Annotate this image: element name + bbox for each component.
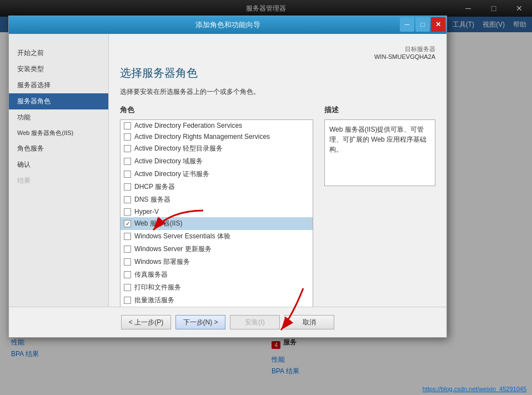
role-checkbox-print[interactable] — [124, 284, 131, 291]
dialog-titlebar-controls: ─ □ ✕ — [400, 17, 445, 32]
nav-item-before-begin[interactable]: 开始之前 — [9, 45, 108, 61]
role-label-hyperv: Hyper-V — [134, 208, 159, 216]
role-item-adds[interactable]: Active Directory 域服务 — [121, 155, 313, 168]
role-item-adfed[interactable]: Active Directory Federation Services — [121, 120, 313, 131]
target-value: WIN-SMUEVGQHA2A — [120, 53, 435, 60]
role-checkbox-dns[interactable] — [124, 196, 131, 203]
nav-item-server-roles[interactable]: 服务器角色 — [9, 93, 108, 109]
dialog-body: 开始之前 安装类型 服务器选择 服务器角色 功能 Web 服务器角色(IIS) … — [9, 34, 446, 337]
role-label-wse: Windows Server Essentials 体验 — [134, 232, 230, 241]
role-item-adrms[interactable]: Active Directory Rights Management Servi… — [121, 131, 313, 142]
wizard-nav: 开始之前 安装类型 服务器选择 服务器角色 功能 Web 服务器角色(IIS) … — [9, 34, 109, 337]
role-label-adds: Active Directory 域服务 — [134, 157, 203, 166]
nav-item-server-select[interactable]: 服务器选择 — [9, 77, 108, 93]
nav-item-features[interactable]: 功能 — [9, 109, 108, 126]
role-label-wds: Windows 部署服务 — [134, 257, 190, 267]
back-button[interactable]: < 上一步(P) — [121, 315, 171, 329]
role-checkbox-adlds[interactable] — [124, 145, 131, 152]
roles-listbox[interactable]: Active Directory Federation Services Act… — [120, 119, 313, 331]
role-item-dns[interactable]: DNS 服务器 — [121, 193, 313, 206]
nav-item-role-services[interactable]: 角色服务 — [9, 141, 108, 157]
content-columns: 角色 Active Directory Federation Services … — [120, 105, 435, 331]
role-item-wsus[interactable]: Windows Server 更新服务 — [121, 243, 313, 256]
dialog-footer: < 上一步(P) 下一步(N) > 安装(I) 取消 — [9, 307, 446, 337]
nav-item-results: 结果 — [9, 173, 108, 189]
page-subtitle: 选择要安装在所选服务器上的一个或多个角色。 — [120, 87, 435, 97]
nav-item-install-type[interactable]: 安装类型 — [9, 61, 108, 77]
next-button[interactable]: 下一步(N) > — [175, 315, 225, 329]
role-checkbox-wsus[interactable] — [124, 246, 131, 253]
role-checkbox-wse[interactable] — [124, 233, 131, 240]
role-label-adrms: Active Directory Rights Management Servi… — [134, 133, 270, 141]
role-item-print[interactable]: 打印和文件服务 — [121, 281, 313, 294]
role-label-vlas: 批量激活服务 — [134, 296, 174, 305]
role-checkbox-iis[interactable]: ✓ — [124, 220, 131, 227]
role-label-fax: 传真服务器 — [134, 270, 168, 279]
install-button[interactable]: 安装(I) — [230, 315, 280, 329]
dialog-maximize-button[interactable]: □ — [415, 17, 430, 32]
add-roles-dialog: 添加角色和功能向导 ─ □ ✕ 开始之前 安装类型 服务器选择 服务器角色 功能 — [8, 16, 447, 338]
page-title: 选择服务器角色 — [120, 66, 435, 81]
nav-item-web-server[interactable]: Web 服务器角色(IIS) — [9, 126, 108, 141]
role-checkbox-vlas[interactable] — [124, 297, 131, 304]
watermark: https://blog.csdn.net/weixin_45291045 — [423, 386, 526, 392]
role-label-iis: Web 服务器(IIS) — [134, 219, 182, 228]
role-checkbox-adcs[interactable] — [124, 171, 131, 178]
roles-column-header: 角色 — [120, 105, 313, 115]
role-label-dhcp: DHCP 服务器 — [134, 182, 175, 192]
dialog-title: 添加角色和功能向导 — [195, 20, 260, 30]
role-checkbox-adrms[interactable] — [124, 133, 131, 141]
role-label-dns: DNS 服务器 — [134, 195, 170, 204]
dialog-titlebar: 添加角色和功能向导 ─ □ ✕ — [9, 16, 446, 34]
cancel-button[interactable]: 取消 — [284, 315, 334, 329]
role-item-hyperv[interactable]: Hyper-V — [121, 206, 313, 217]
role-checkbox-dhcp[interactable] — [124, 183, 131, 191]
role-item-adcs[interactable]: Active Directory 证书服务 — [121, 168, 313, 181]
description-box: Web 服务器(IIS)提供可靠、可管理、可扩展的 Web 应用程序基础构。 — [324, 119, 435, 186]
role-checkbox-fax[interactable] — [124, 271, 131, 278]
role-checkbox-wds[interactable] — [124, 258, 131, 266]
nav-item-confirm[interactable]: 确认 — [9, 157, 108, 173]
dialog-main-content: 目标服务器 WIN-SMUEVGQHA2A 选择服务器角色 选择要安装在所选服务… — [109, 34, 446, 337]
role-item-wds[interactable]: Windows 部署服务 — [121, 256, 313, 268]
role-label-adcs: Active Directory 证书服务 — [134, 169, 209, 179]
role-checkbox-hyperv[interactable] — [124, 208, 131, 216]
role-item-adlds[interactable]: Active Directory 轻型目录服务 — [121, 142, 313, 155]
role-label-print: 打印和文件服务 — [134, 283, 181, 292]
description-column: 描述 Web 服务器(IIS)提供可靠、可管理、可扩展的 Web 应用程序基础构… — [324, 105, 435, 331]
role-item-vlas[interactable]: 批量激活服务 — [121, 294, 313, 307]
target-server-info: 目标服务器 WIN-SMUEVGQHA2A — [120, 45, 435, 60]
target-label: 目标服务器 — [120, 45, 435, 53]
role-checkbox-adfed[interactable] — [124, 122, 131, 129]
roles-column: 角色 Active Directory Federation Services … — [120, 105, 313, 331]
role-label-adfed: Active Directory Federation Services — [134, 122, 242, 129]
role-label-wsus: Windows Server 更新服务 — [134, 244, 212, 254]
role-checkbox-adds[interactable] — [124, 158, 131, 165]
role-item-wse[interactable]: Windows Server Essentials 体验 — [121, 230, 313, 243]
role-label-adlds: Active Directory 轻型目录服务 — [134, 144, 223, 153]
role-item-iis[interactable]: ✓ Web 服务器(IIS) — [121, 217, 313, 230]
role-item-dhcp[interactable]: DHCP 服务器 — [121, 181, 313, 193]
dialog-close-button[interactable]: ✕ — [431, 17, 445, 32]
desc-column-header: 描述 — [324, 105, 435, 115]
role-item-fax[interactable]: 传真服务器 — [121, 268, 313, 281]
dialog-minimize-button[interactable]: ─ — [400, 17, 414, 32]
